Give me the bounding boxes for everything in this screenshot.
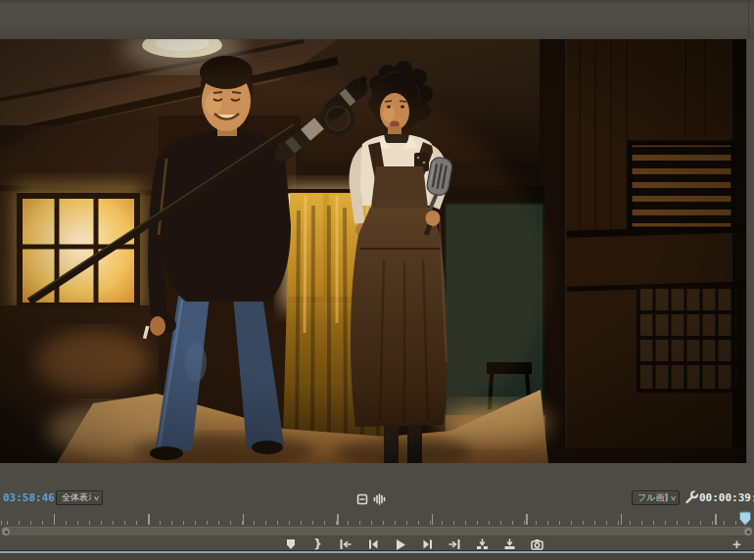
go-to-in-button[interactable] — [339, 538, 352, 551]
wrench-icon[interactable] — [684, 490, 698, 504]
overwrite-button[interactable] — [503, 538, 516, 551]
zoom-scrollbar[interactable] — [1, 527, 753, 537]
fit-zoom-value: 全体表示 — [62, 491, 91, 504]
step-forward-button[interactable] — [421, 538, 434, 551]
play-button[interactable] — [394, 538, 406, 551]
bottom-strip — [0, 553, 754, 560]
video-frame[interactable] — [0, 39, 746, 463]
export-frame-button[interactable] — [531, 538, 543, 551]
chevron-down-icon: ∨ — [670, 494, 677, 502]
timeline-ruler[interactable] — [0, 510, 746, 527]
fit-zoom-dropdown[interactable]: 全体表示 ∨ — [56, 490, 103, 505]
chevron-down-icon: ∨ — [93, 494, 100, 502]
playback-quality-dropdown[interactable]: フル画質 ∨ — [632, 490, 680, 505]
mark-out-button[interactable]: } — [311, 538, 324, 551]
playback-quality-value: フル画質 — [637, 491, 668, 504]
insert-button[interactable] — [476, 538, 489, 551]
monitor-top-strip — [0, 0, 754, 39]
source-monitor-panel: 03:58:46:11 全体表示 ∨ フル画質 ∨ — [0, 0, 754, 560]
drag-audio-icon[interactable] — [373, 492, 386, 505]
drag-video-icon[interactable] — [355, 492, 368, 505]
clip-duration-timecode: 00:00:39:12 — [699, 491, 754, 504]
scrollbar-left-handle[interactable] — [2, 528, 10, 536]
go-to-out-button[interactable] — [448, 538, 461, 551]
scrollbar-right-handle[interactable] — [744, 528, 752, 536]
step-back-button[interactable] — [366, 538, 379, 551]
ruler-tall-ticks — [0, 514, 746, 525]
panel-right-gutter — [746, 39, 754, 463]
add-marker-button[interactable] — [284, 538, 297, 551]
mark-out-icon: } — [313, 538, 322, 551]
transport-controls: } — [284, 537, 543, 551]
